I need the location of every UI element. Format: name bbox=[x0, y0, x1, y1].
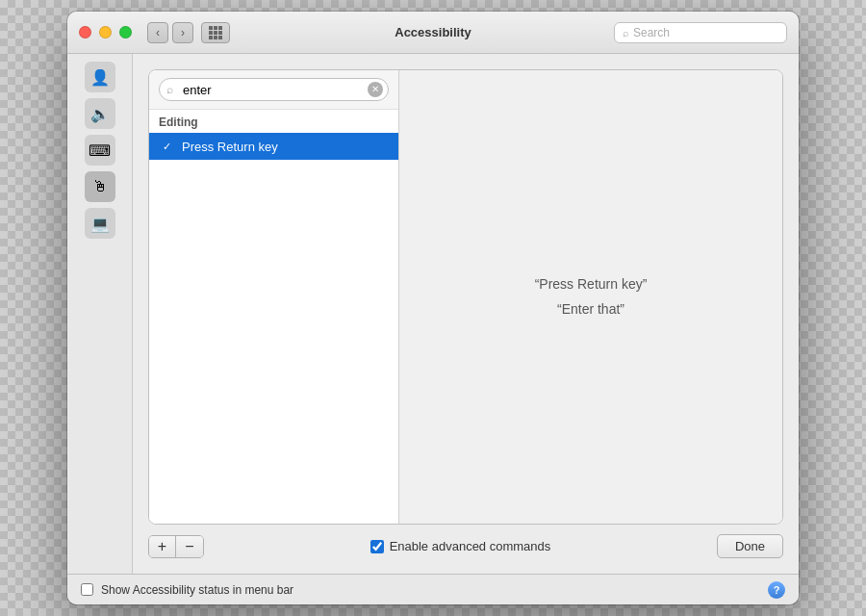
list-item[interactable]: ✓ Press Return key bbox=[149, 133, 398, 160]
main-window: ‹ › Accessibility ⌕ Search 👤 🔈 ⌨ 🖱 💻 bbox=[67, 12, 799, 604]
detail-line1: “Press Return key” bbox=[535, 272, 648, 296]
add-button[interactable]: + bbox=[149, 536, 176, 557]
close-button[interactable] bbox=[79, 26, 91, 38]
window-body: 👤 🔈 ⌨ 🖱 💻 ⌕ ✕ bbox=[67, 54, 799, 574]
sidebar-icon-4[interactable]: 🖱 bbox=[85, 171, 115, 202]
status-bar-text: Show Accessibility status in menu bar bbox=[101, 583, 293, 597]
sidebar-icon-2[interactable]: 🔈 bbox=[85, 98, 115, 129]
search-input[interactable] bbox=[159, 78, 389, 101]
inner-panel: ⌕ ✕ Editing ✓ Press Return key bbox=[148, 69, 783, 525]
status-bar: Show Accessibility status in menu bar ? bbox=[67, 574, 799, 604]
detail-panel: “Press Return key” “Enter that” bbox=[399, 70, 782, 524]
list-search-container: ⌕ ✕ bbox=[149, 70, 398, 110]
check-icon: ✓ bbox=[159, 139, 174, 154]
clear-search-button[interactable]: ✕ bbox=[368, 82, 383, 97]
window-title: Accessibility bbox=[395, 25, 471, 39]
help-button[interactable]: ? bbox=[768, 581, 785, 599]
list-group-header: Editing bbox=[149, 110, 398, 133]
status-checkbox[interactable] bbox=[81, 583, 93, 596]
main-content: ⌕ ✕ Editing ✓ Press Return key bbox=[133, 54, 799, 574]
bottom-controls: + − Enable advanced commands Done bbox=[148, 534, 783, 558]
titlebar: ‹ › Accessibility ⌕ Search bbox=[67, 12, 799, 54]
done-button[interactable]: Done bbox=[717, 534, 783, 558]
enable-advanced-row: Enable advanced commands bbox=[370, 539, 551, 553]
sidebar: 👤 🔈 ⌨ 🖱 💻 bbox=[67, 54, 133, 574]
detail-content: “Press Return key” “Enter that” bbox=[535, 272, 648, 321]
traffic-lights bbox=[79, 26, 132, 38]
sidebar-icon-1[interactable]: 👤 bbox=[85, 62, 115, 92]
sidebar-icon-3[interactable]: ⌨ bbox=[85, 135, 115, 166]
detail-line2: “Enter that” bbox=[535, 297, 648, 321]
back-button[interactable]: ‹ bbox=[147, 22, 168, 43]
search-placeholder-text: Search bbox=[633, 26, 670, 39]
add-remove-buttons: + − bbox=[148, 535, 204, 558]
list-scroll-area: Editing ✓ Press Return key bbox=[149, 110, 398, 524]
minimize-button[interactable] bbox=[99, 26, 112, 38]
enable-advanced-checkbox[interactable] bbox=[370, 540, 384, 553]
app-grid-button[interactable] bbox=[201, 22, 230, 43]
list-item-label: Press Return key bbox=[182, 140, 278, 154]
sidebar-icon-5[interactable]: 💻 bbox=[85, 208, 115, 239]
titlebar-search[interactable]: ⌕ Search bbox=[614, 22, 787, 43]
search-wrapper: ⌕ ✕ bbox=[159, 78, 389, 101]
search-icon: ⌕ bbox=[623, 27, 629, 38]
maximize-button[interactable] bbox=[119, 26, 132, 38]
enable-advanced-label: Enable advanced commands bbox=[390, 539, 551, 553]
grid-icon bbox=[209, 26, 222, 39]
forward-button[interactable]: › bbox=[172, 22, 193, 43]
nav-buttons: ‹ › bbox=[147, 22, 193, 43]
list-panel: ⌕ ✕ Editing ✓ Press Return key bbox=[149, 70, 399, 524]
remove-button[interactable]: − bbox=[176, 536, 203, 557]
